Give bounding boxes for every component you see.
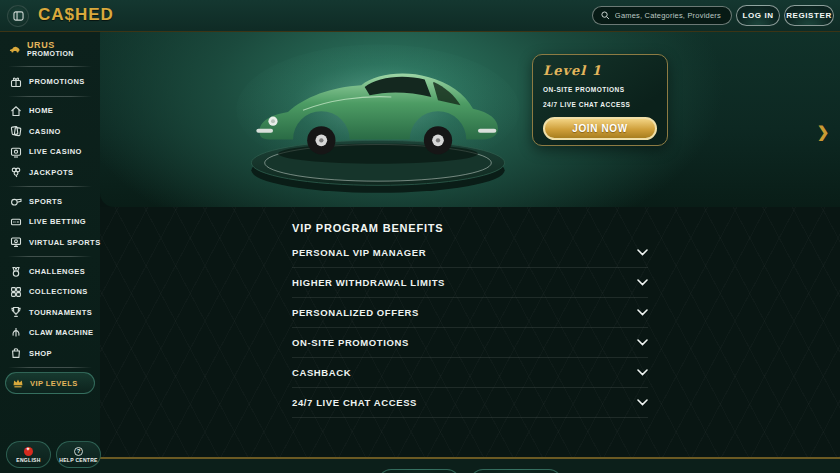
gift-icon: [10, 76, 22, 88]
help-centre-button[interactable]: ? HELP CENTRE: [56, 441, 101, 468]
register-button[interactable]: REGISTER: [784, 5, 834, 26]
vip-benefits-section: VIP PROGRAM BENEFITS PERSONAL VIP MANAGE…: [100, 207, 840, 457]
sidebar-item-jackpots[interactable]: JACKPOTS: [0, 162, 100, 182]
urus-car-icon: [9, 43, 21, 55]
medal-icon: [10, 266, 22, 278]
main-area: Level 1 ON-SITE PROMOTIONS 24/7 LIVE CHA…: [100, 32, 840, 473]
level-perk: 24/7 LIVE CHAT ACCESS: [543, 101, 657, 108]
sidebar-item-live-betting[interactable]: LIVE BETTING: [0, 212, 100, 232]
sidebar-divider: [8, 96, 92, 97]
flag-icon: [24, 447, 33, 456]
language-button[interactable]: ENGLISH: [6, 441, 51, 468]
sidebar-item-virtual-sports[interactable]: VIRTUAL SPORTS: [0, 232, 100, 252]
search-icon: [601, 11, 610, 20]
top-bar: CA$HED LOG IN REGISTER: [0, 0, 840, 32]
live-casino-icon: [10, 146, 22, 158]
urus-subtitle: PROMOTION: [27, 50, 74, 58]
home-icon: [10, 105, 22, 117]
sidebar-item-casino[interactable]: CASINO: [0, 121, 100, 141]
sidebar-item-urus-promotion[interactable]: URUS PROMOTION: [0, 32, 100, 62]
carousel-next-arrow-icon[interactable]: ❯: [812, 120, 834, 144]
cards-icon: [10, 125, 22, 137]
sidebar-divider: [8, 367, 92, 368]
login-button[interactable]: LOG IN: [736, 5, 780, 26]
chevron-down-icon: [637, 369, 648, 376]
page: CA$HED LOG IN REGISTER URUS PROMOTION: [0, 0, 840, 473]
sidebar-item-live-casino[interactable]: LIVE CASINO: [0, 142, 100, 162]
accordion-higher-withdrawal-limits[interactable]: HIGHER WITHDRAWAL LIMITS: [292, 268, 648, 298]
sidebar-item-collections[interactable]: COLLECTIONS: [0, 282, 100, 302]
sidebar-toggle-button[interactable]: [7, 5, 29, 27]
sidebar-divider: [8, 186, 92, 187]
question-icon: ?: [74, 447, 83, 456]
level-1-card: Level 1 ON-SITE PROMOTIONS 24/7 LIVE CHA…: [532, 54, 668, 146]
sidebar-item-vip-levels-active[interactable]: VIP LEVELS: [5, 372, 95, 394]
sidebar-item-challenges[interactable]: CHALLENGES: [0, 261, 100, 281]
sidebar-divider: [8, 66, 92, 67]
cashed-logo[interactable]: CA$HED: [38, 5, 114, 25]
chevron-down-icon: [637, 249, 648, 256]
sidebar-divider: [8, 256, 92, 257]
sidebar-item-promotions[interactable]: PROMOTIONS: [0, 71, 100, 91]
accordion-cashback[interactable]: CASHBACK: [292, 358, 648, 388]
benefits-heading: VIP PROGRAM BENEFITS: [292, 222, 648, 234]
search-bar[interactable]: [592, 6, 732, 25]
chevron-down-icon: [637, 279, 648, 286]
whistle-icon: [10, 195, 22, 207]
clover-icon: [10, 166, 22, 178]
live-badge-icon: [10, 216, 22, 228]
sidebar-item-shop[interactable]: SHOP: [0, 343, 100, 363]
level-perk: ON-SITE PROMOTIONS: [543, 86, 657, 93]
bag-icon: [10, 347, 22, 359]
urus-title: URUS: [27, 40, 74, 50]
green-car-image: [228, 38, 528, 206]
language-selector-button[interactable]: ENGLISH: [378, 469, 460, 473]
sidebar-toggle-icon: [13, 11, 24, 21]
sidebar-item-tournaments[interactable]: TOURNAMENTS: [0, 302, 100, 322]
vip-hero-banner: Level 1 ON-SITE PROMOTIONS 24/7 LIVE CHA…: [100, 32, 840, 207]
sidebar-footer: ENGLISH ? HELP CENTRE: [6, 441, 101, 468]
join-now-button[interactable]: JOIN NOW: [543, 117, 657, 140]
accordion-live-chat-access[interactable]: 24/7 LIVE CHAT ACCESS: [292, 388, 648, 418]
search-input[interactable]: [615, 11, 723, 20]
live-chat-button[interactable]: LIVE CHAT: [470, 469, 562, 473]
grid-icon: [10, 286, 22, 298]
accordion-on-site-promotions[interactable]: ON-SITE PROMOTIONS: [292, 328, 648, 358]
level-title: Level 1: [543, 63, 657, 78]
accordion-personalized-offers[interactable]: PERSONALIZED OFFERS: [292, 298, 648, 328]
trophy-icon: [10, 306, 22, 318]
chevron-down-icon: [637, 399, 648, 406]
claw-icon: [10, 327, 22, 339]
monitor-icon: [10, 236, 22, 248]
crown-icon: [12, 377, 24, 389]
footer: ENGLISH LIVE CHAT: [100, 459, 840, 473]
sidebar-item-sports[interactable]: SPORTS: [0, 191, 100, 211]
chevron-down-icon: [637, 309, 648, 316]
sidebar-item-home[interactable]: HOME: [0, 101, 100, 121]
sidebar-item-claw-machine[interactable]: CLAW MACHINE: [0, 323, 100, 343]
accordion-personal-vip-manager[interactable]: PERSONAL VIP MANAGER: [292, 238, 648, 268]
sidebar: URUS PROMOTION PROMOTIONS HOME: [0, 32, 100, 473]
chevron-down-icon: [637, 339, 648, 346]
